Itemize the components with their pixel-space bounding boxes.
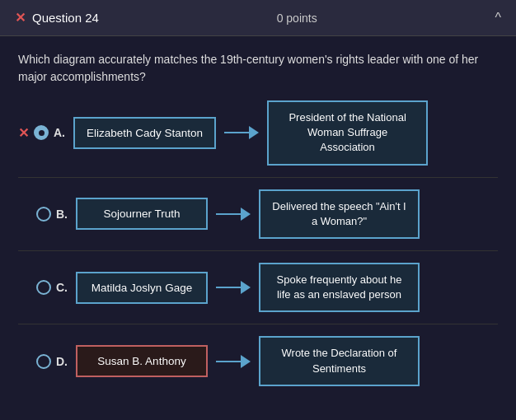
match-d: Wrote the Declaration of Sentiments: [282, 347, 397, 374]
radio-b[interactable]: [36, 207, 51, 222]
radio-c[interactable]: [36, 280, 51, 295]
question-title: Question 24: [32, 11, 99, 25]
letter-c: C.: [56, 281, 68, 294]
person-box-b[interactable]: Sojourner Truth: [76, 198, 208, 230]
match-box-a[interactable]: President of the National Woman Suffrage…: [267, 100, 428, 166]
option-indicator-c: C.: [18, 280, 68, 295]
option-row-b[interactable]: B. Sojourner Truth Delivered the speech …: [18, 189, 498, 239]
match-box-d[interactable]: Wrote the Declaration of Sentiments: [259, 336, 420, 385]
points-label: 0 points: [277, 12, 317, 25]
match-a: President of the National Woman Suffrage…: [288, 111, 406, 153]
person-box-d[interactable]: Susan B. Anthony: [76, 345, 208, 377]
letter-d: D.: [56, 355, 68, 368]
question-header: ✕ Question 24 0 points ^: [0, 0, 516, 36]
options-container: ✕ A. Elizabeth Cady Stanton President of…: [0, 94, 516, 396]
option-row-d[interactable]: D. Susan B. Anthony Wrote the Declaratio…: [18, 336, 498, 385]
person-c: Matilda Joslyn Gage: [91, 282, 192, 294]
question-body: Which diagram accurately matches the 19t…: [0, 36, 516, 94]
match-b: Delivered the speech "Ain't I a Woman?": [272, 200, 406, 227]
match-box-b[interactable]: Delivered the speech "Ain't I a Woman?": [259, 189, 420, 239]
letter-b: B.: [56, 208, 68, 221]
option-indicator-d: D.: [18, 354, 68, 369]
letter-a: A.: [54, 126, 65, 139]
x-mark-a: ✕: [18, 125, 29, 141]
question-text: Which diagram accurately matches the 19t…: [18, 53, 478, 83]
arrow-d: [216, 355, 251, 368]
match-box-c[interactable]: Spoke frequently about he life as an ens…: [259, 263, 420, 312]
person-a: Elizabeth Cady Stanton: [87, 127, 203, 139]
arrow-b: [216, 208, 251, 221]
arrow-c: [216, 281, 251, 294]
chevron-icon[interactable]: ^: [495, 11, 501, 26]
option-row-c[interactable]: C. Matilda Joslyn Gage Spoke frequently …: [18, 263, 498, 312]
person-box-c[interactable]: Matilda Joslyn Gage: [76, 272, 208, 304]
arrow-a: [224, 126, 259, 139]
radio-a[interactable]: [34, 125, 49, 140]
person-box-a[interactable]: Elizabeth Cady Stanton: [73, 117, 216, 149]
radio-d[interactable]: [36, 354, 51, 369]
option-row-a[interactable]: ✕ A. Elizabeth Cady Stanton President of…: [18, 100, 498, 166]
option-indicator-a: ✕ A.: [18, 125, 65, 141]
person-b: Sojourner Truth: [103, 208, 180, 220]
match-c: Spoke frequently about he life as an ens…: [277, 273, 402, 301]
x-icon: ✕: [15, 10, 26, 26]
person-d: Susan B. Anthony: [97, 355, 185, 367]
option-indicator-b: B.: [18, 207, 68, 222]
